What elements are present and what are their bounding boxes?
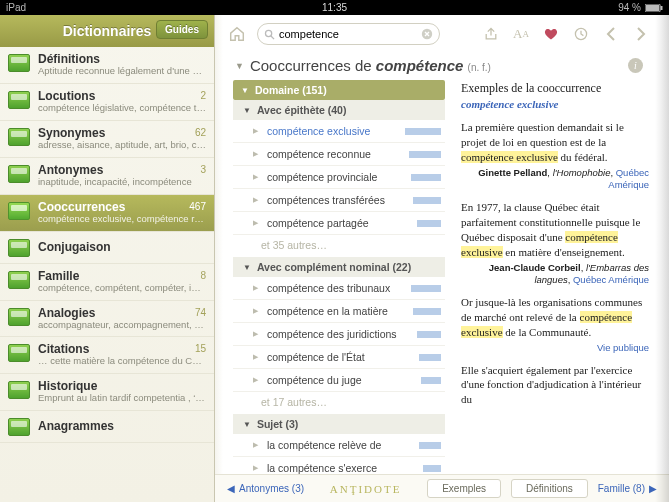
svg-rect-1: [646, 5, 659, 11]
sidebar-item-cooccurrences[interactable]: Cooccurrencescompétence exclusive, compé…: [0, 195, 214, 232]
favorite-icon[interactable]: [541, 24, 561, 44]
heading-pos: (n. f.): [468, 62, 491, 73]
frequency-bar: [423, 465, 441, 472]
sidebar-item-title: Locutions: [38, 89, 206, 103]
cooccurrence-label: la compétence s'exerce: [267, 462, 417, 474]
guides-button[interactable]: Guides: [156, 20, 208, 39]
sidebar-item-antonymes[interactable]: Antonymesinaptitude, incapacité, incompé…: [0, 158, 214, 195]
svg-point-3: [265, 30, 271, 36]
info-icon[interactable]: i: [628, 58, 643, 73]
sidebar-item-count: 3: [200, 164, 206, 175]
cooccurrence-row[interactable]: ▶compétence du juge: [233, 369, 445, 392]
cooccurrence-label: compétence des tribunaux: [267, 282, 405, 294]
cooccurrence-row[interactable]: ▶compétence des juridictions: [233, 323, 445, 346]
chevron-right-icon: ▶: [253, 330, 261, 338]
tab-examples[interactable]: Exemples: [427, 479, 501, 498]
sidebar-item-count: 8: [200, 270, 206, 281]
example-source: Vie publique: [461, 342, 649, 355]
sidebar-item-title: Historique: [38, 379, 206, 393]
sidebar-header: Dictionnaires Guides: [0, 15, 214, 47]
cooccurrence-row[interactable]: ▶compétence exclusive: [233, 120, 445, 143]
more-link[interactable]: et 35 autres…: [233, 235, 445, 257]
group-header[interactable]: ▼Sujet (3): [233, 414, 445, 434]
frequency-bar: [413, 308, 441, 315]
cooccurrence-row[interactable]: ▶compétence des tribunaux: [233, 277, 445, 300]
sidebar-item-sub: Emprunt au latin tardif competentia , ‘r…: [38, 393, 206, 404]
cooccurrence-label: compétence reconnue: [267, 148, 403, 160]
cooccurrence-row[interactable]: ▶compétences transférées: [233, 189, 445, 212]
sidebar-item-sub: compétence législative, compétence trans…: [38, 103, 206, 114]
cooccurrence-list: ▼Domaine (151)▼Avec épithète (40)▶compét…: [233, 80, 445, 474]
sidebar-item-count: 15: [195, 343, 206, 354]
sidebar-item-citations[interactable]: Citations… cette matière la compétence d…: [0, 337, 214, 374]
source-link[interactable]: Québec Amérique: [573, 274, 649, 285]
main-pane: AA ▼ Cooccurrences de compétence (n. f.)…: [215, 15, 669, 502]
cooccurrence-row[interactable]: ▶la compétence s'exerce: [233, 457, 445, 474]
chevron-right-icon: ▶: [253, 219, 261, 227]
sidebar-item-title: Antonymes: [38, 163, 206, 177]
home-icon[interactable]: [227, 24, 247, 44]
cooccurrence-label: compétences transférées: [267, 194, 407, 206]
book-icon: [8, 91, 30, 109]
sidebar-item-anagrammes[interactable]: Anagrammes: [0, 411, 214, 443]
chevron-right-icon: ▶: [253, 284, 261, 292]
svg-rect-2: [661, 6, 663, 10]
examples-keyword: compétence exclusive: [461, 97, 649, 112]
sidebar-item-conjugaison[interactable]: Conjugaison: [0, 232, 214, 264]
status-time: 11:35: [322, 2, 347, 13]
sidebar-item-title: Citations: [38, 342, 206, 356]
nav-back-icon[interactable]: [601, 24, 621, 44]
share-icon[interactable]: [481, 24, 501, 44]
footer-prev-link[interactable]: ◀ Antonymes (3): [227, 483, 304, 494]
example-source: Jean-Claude Corbeil, l'Embarras des lang…: [461, 262, 649, 288]
sidebar-item-title: Synonymes: [38, 126, 206, 140]
source-link[interactable]: Québec Amérique: [608, 167, 649, 191]
search-field[interactable]: [257, 23, 440, 45]
sidebar-item-historique[interactable]: HistoriqueEmprunt au latin tardif compet…: [0, 374, 214, 411]
history-icon[interactable]: [571, 24, 591, 44]
group-label: Avec complément nominal (22): [257, 261, 411, 273]
sidebar-item-sub: accompagnateur, accompagnement, activité…: [38, 320, 206, 331]
search-input[interactable]: [279, 28, 417, 40]
cooccurrence-row[interactable]: ▶compétence reconnue: [233, 143, 445, 166]
frequency-bar: [409, 151, 441, 158]
clear-search-icon[interactable]: [421, 28, 433, 40]
example-source: Ginette Pelland, l'Homophobie, Québec Am…: [461, 167, 649, 193]
sidebar-item-famille[interactable]: Famillecompétence, compétent, compéter, …: [0, 264, 214, 301]
heading-prefix: Cooccurrences de: [250, 57, 372, 74]
chevron-right-icon: ▶: [253, 353, 261, 361]
sidebar-item-analogies[interactable]: Analogiesaccompagnateur, accompagnement,…: [0, 301, 214, 338]
group-header[interactable]: ▼Avec épithète (40): [233, 100, 445, 120]
example-block: Or jusque-là les organisations communes …: [461, 295, 649, 340]
group-header[interactable]: ▼Avec complément nominal (22): [233, 257, 445, 277]
book-icon: [8, 54, 30, 72]
book-icon: [8, 418, 30, 436]
cooccurrence-row[interactable]: ▶compétence en la matière: [233, 300, 445, 323]
search-icon: [264, 29, 275, 40]
footer-prev-label: Antonymes (3): [239, 483, 304, 494]
sidebar-item-title: Définitions: [38, 52, 206, 66]
domain-header[interactable]: ▼Domaine (151): [233, 80, 445, 100]
cooccurrence-label: compétence des juridictions: [267, 328, 411, 340]
chevron-right-icon: ▶: [253, 173, 261, 181]
book-icon: [8, 308, 30, 326]
sidebar-item-définitions[interactable]: DéfinitionsAptitude reconnue légalement …: [0, 47, 214, 84]
toolbar: AA: [215, 15, 669, 53]
footer-next-label: Famille (8): [598, 483, 645, 494]
cooccurrence-row[interactable]: ▶la compétence relève de: [233, 434, 445, 457]
source-link[interactable]: Vie publique: [597, 342, 649, 353]
sidebar-item-synonymes[interactable]: Synonymesadresse, aisance, aptitude, art…: [0, 121, 214, 158]
text-size-icon[interactable]: AA: [511, 24, 531, 44]
cooccurrence-row[interactable]: ▶compétence provinciale: [233, 166, 445, 189]
cooccurrence-row[interactable]: ▶compétence de l'État: [233, 346, 445, 369]
collapse-heading-icon[interactable]: ▼: [235, 61, 244, 71]
footer-next-link[interactable]: Famille (8) ▶: [598, 483, 657, 494]
nav-forward-icon[interactable]: [631, 24, 651, 44]
cooccurrence-row[interactable]: ▶compétence partagée: [233, 212, 445, 235]
book-icon: [8, 165, 30, 183]
cooccurrence-label: compétence en la matière: [267, 305, 407, 317]
more-link[interactable]: et 17 autres…: [233, 392, 445, 414]
tab-definitions[interactable]: Définitions: [511, 479, 588, 498]
sidebar-item-locutions[interactable]: Locutionscompétence législative, compéte…: [0, 84, 214, 121]
chevron-right-icon: ▶: [253, 127, 261, 135]
